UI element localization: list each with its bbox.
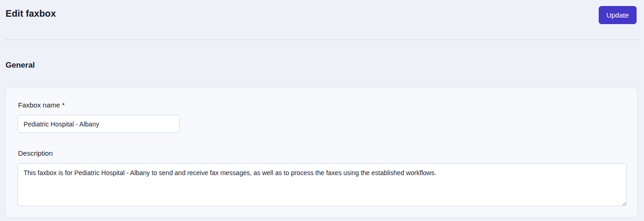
general-card: Faxbox name * Description	[6, 88, 638, 218]
section-title-general: General	[6, 61, 644, 70]
description-label: Description	[18, 149, 626, 157]
description-textarea[interactable]	[18, 163, 627, 206]
page-header: Edit faxbox Update	[5, 0, 639, 40]
update-button[interactable]: Update	[599, 6, 637, 24]
faxbox-name-label: Faxbox name *	[18, 101, 626, 109]
page-title: Edit faxbox	[6, 8, 56, 19]
faxbox-name-input[interactable]	[18, 115, 180, 133]
